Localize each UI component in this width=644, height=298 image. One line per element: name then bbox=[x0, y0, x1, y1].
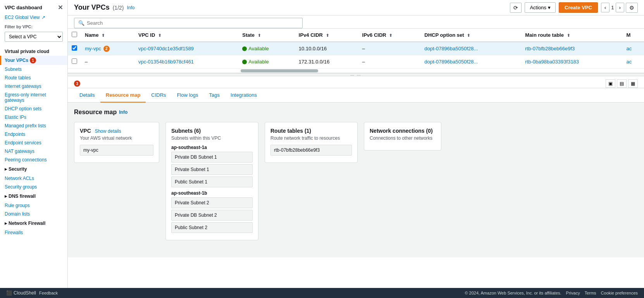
refresh-button[interactable]: ⟳ bbox=[510, 3, 522, 13]
resize-handle[interactable]: — — bbox=[68, 73, 644, 76]
footer: ⬛ CloudShell Feedback © 2024, Amazon Web… bbox=[0, 288, 644, 298]
section-dns-firewall[interactable]: ▸ DNS firewall bbox=[0, 191, 67, 201]
vpc-id-link-2[interactable]: vpc-01354b16b978cf461 bbox=[138, 59, 194, 65]
sidebar-item-firewalls[interactable]: Firewalls bbox=[0, 228, 67, 237]
settings-button[interactable]: ⚙ bbox=[626, 3, 638, 13]
detail-tabs: Details Resource map CIDRs Flow logs Tag… bbox=[68, 88, 644, 103]
footer-copyright: © 2024, Amazon Web Services, Inc. or its… bbox=[465, 291, 561, 295]
show-details-link[interactable]: Show details bbox=[95, 128, 121, 134]
dhcp-link-1[interactable]: dopt-07896ba5050f28... bbox=[424, 46, 478, 51]
col-vpc-id[interactable]: VPC ID ⬆ bbox=[134, 29, 238, 42]
ipv4-cell-2: 172.31.0.0/16 bbox=[295, 55, 358, 69]
sidebar-item-egress-only[interactable]: Egress-only internet gateways bbox=[0, 91, 67, 104]
tab-flow-logs[interactable]: Flow logs bbox=[172, 88, 204, 103]
your-vpcs-badge: 1 bbox=[30, 57, 36, 63]
row-checkbox-2[interactable] bbox=[72, 58, 77, 64]
footer-right: © 2024, Amazon Web Services, Inc. or its… bbox=[465, 291, 638, 295]
sidebar-item-dhcp[interactable]: DHCP option sets bbox=[0, 104, 67, 113]
tab-details[interactable]: Details bbox=[74, 88, 100, 103]
footer-feedback-link[interactable]: Feedback bbox=[39, 291, 58, 295]
sidebar-item-route-tables[interactable]: Route tables bbox=[0, 74, 67, 82]
section-security[interactable]: ▸ Security bbox=[0, 164, 67, 174]
resource-map-info-link[interactable]: Info bbox=[119, 110, 127, 115]
subnet-item-private-db-1: Private DB Subnet 1 bbox=[171, 152, 253, 163]
last-col-1[interactable]: ac bbox=[626, 46, 632, 51]
vpc-id-link-1[interactable]: vpc-09740dc1e35df1589 bbox=[138, 46, 194, 51]
tab-resource-map[interactable]: Resource map bbox=[100, 88, 146, 103]
vpc-name-link-1[interactable]: my-vpc bbox=[85, 46, 101, 51]
terminal-icon: ⬛ bbox=[6, 290, 12, 296]
route-tables-card-subtitle: Route network traffic to resources bbox=[270, 135, 352, 141]
tab-tags[interactable]: Tags bbox=[204, 88, 225, 103]
vpc-table: Name ⬆ VPC ID ⬆ State ⬆ IPv4 CIDR ⬆ IPv6… bbox=[68, 29, 644, 69]
row-checkbox-1[interactable] bbox=[72, 45, 77, 51]
close-icon[interactable]: ✕ bbox=[58, 4, 63, 11]
footer-terms-link[interactable]: Terms bbox=[585, 291, 596, 295]
sidebar-item-managed-prefix[interactable]: Managed prefix lists bbox=[0, 122, 67, 130]
dhcp-link-2[interactable]: dopt-07896ba5050f28... bbox=[424, 59, 478, 65]
route-table-link-2[interactable]: rtb-0ba98ba03393f3183 bbox=[525, 59, 579, 65]
last-col-2[interactable]: ac bbox=[626, 59, 632, 65]
info-link[interactable]: Info bbox=[127, 5, 134, 10]
sidebar-item-security-groups[interactable]: Security groups bbox=[0, 183, 67, 191]
sidebar-item-endpoint-services[interactable]: Endpoint services bbox=[0, 139, 67, 147]
col-state[interactable]: State ⬆ bbox=[238, 29, 295, 42]
footer-left: ⬛ CloudShell Feedback bbox=[6, 290, 58, 296]
page-title: Your VPCs bbox=[74, 3, 110, 12]
sidebar-item-rule-groups[interactable]: Rule groups bbox=[0, 201, 67, 210]
ipv4-cell-1: 10.10.0.0/16 bbox=[295, 42, 358, 55]
search-input[interactable] bbox=[87, 20, 298, 26]
section-network-firewall[interactable]: ▸ Network Firewall bbox=[0, 218, 67, 228]
sidebar-item-your-vpcs[interactable]: Your VPCs 1 bbox=[0, 56, 67, 65]
sidebar-item-domain-lists[interactable]: Domain lists bbox=[0, 210, 67, 218]
sidebar-item-endpoints[interactable]: Endpoints bbox=[0, 130, 67, 139]
route-table-link-1[interactable]: rtb-07bfb28beb66e9f3 bbox=[525, 46, 575, 51]
sidebar-item-nat-gateways[interactable]: NAT gateways bbox=[0, 147, 67, 156]
view-icon-2[interactable]: ▤ bbox=[617, 79, 627, 88]
page-next-button[interactable]: › bbox=[616, 3, 624, 12]
vpc-card-title: VPC Show details bbox=[80, 128, 153, 134]
filter-vpc: Select a VPC bbox=[0, 30, 67, 45]
sidebar-item-subnets[interactable]: Subnets bbox=[0, 65, 67, 74]
chevron-down-icon-dns: ▸ bbox=[5, 194, 7, 199]
toolbar-right: ⟳ Actions ▾ Create VPC ‹ 1 › ⚙ bbox=[510, 2, 638, 13]
tab-cidrs[interactable]: CIDRs bbox=[146, 88, 171, 103]
section-vpc-title: Virtual private cloud bbox=[0, 45, 67, 56]
select-all-checkbox[interactable] bbox=[72, 32, 77, 37]
status-dot-1 bbox=[242, 46, 247, 51]
subnet-item-public-1: Public Subnet 1 bbox=[171, 176, 253, 187]
create-vpc-button[interactable]: Create VPC bbox=[559, 2, 598, 13]
sidebar: VPC dashboard ✕ EC2 Global View ↗ Filter… bbox=[0, 0, 68, 288]
page-prev-button[interactable]: ‹ bbox=[601, 3, 610, 12]
ipv6-cell-1: – bbox=[358, 42, 421, 55]
actions-button[interactable]: Actions ▾ bbox=[525, 2, 556, 13]
ec2-global-view-link[interactable]: EC2 Global View ↗ bbox=[0, 14, 67, 21]
col-ipv6[interactable]: IPv6 CIDR ⬆ bbox=[358, 29, 421, 42]
resource-map-content: Resource map Info VPC Show details Your … bbox=[68, 103, 644, 257]
view-icon-1[interactable]: ▣ bbox=[606, 79, 615, 88]
chevron-down-icon-actions: ▾ bbox=[548, 5, 551, 10]
network-conn-card-title: Network connections (0) bbox=[370, 128, 436, 134]
status-cell-1: Available bbox=[242, 46, 291, 51]
detail-header: 3 ▣ ▤ ▦ bbox=[68, 76, 644, 88]
col-ipv4[interactable]: IPv4 CIDR ⬆ bbox=[295, 29, 358, 42]
horizontal-scrollbar[interactable] bbox=[68, 69, 644, 73]
sidebar-item-elastic-ips[interactable]: Elastic IPs bbox=[0, 113, 67, 122]
cloudshell-button[interactable]: ⬛ CloudShell bbox=[6, 290, 36, 296]
col-dhcp[interactable]: DHCP option set ⬆ bbox=[420, 29, 521, 42]
footer-cookie-link[interactable]: Cookie preferences bbox=[601, 291, 638, 295]
sidebar-title: VPC dashboard bbox=[5, 5, 42, 10]
search-bar: 🔍 bbox=[68, 15, 644, 29]
sidebar-item-network-acls[interactable]: Network ACLs bbox=[0, 174, 67, 183]
vpc-filter-select[interactable]: Select a VPC bbox=[5, 32, 63, 42]
footer-privacy-link[interactable]: Privacy bbox=[566, 291, 580, 295]
sidebar-item-peering[interactable]: Peering connections bbox=[0, 156, 67, 164]
tab-integrations[interactable]: Integrations bbox=[225, 88, 262, 103]
view-icon-3[interactable]: ▦ bbox=[628, 79, 638, 88]
col-route-table[interactable]: Main route table ⬆ bbox=[521, 29, 622, 42]
sidebar-item-internet-gateways[interactable]: Internet gateways bbox=[0, 82, 67, 91]
route-tables-resource-card: Route tables (1) Route network traffic t… bbox=[265, 122, 358, 163]
sidebar-nav: Virtual private cloud Your VPCs 1 Subnet… bbox=[0, 45, 67, 288]
search-icon: 🔍 bbox=[78, 20, 84, 26]
col-name[interactable]: Name ⬆ bbox=[81, 29, 134, 42]
